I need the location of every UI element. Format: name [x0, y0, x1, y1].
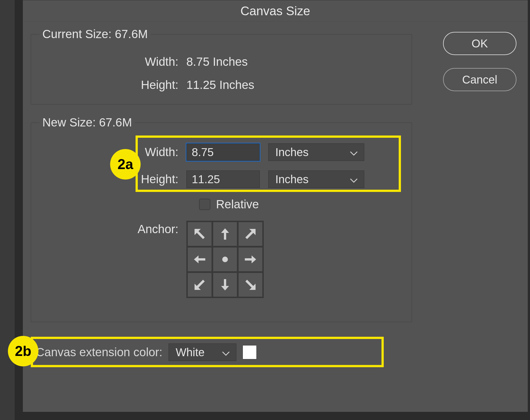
- anchor-s[interactable]: [213, 273, 237, 297]
- svg-marker-0: [195, 229, 205, 239]
- anchor-grid: [186, 221, 264, 298]
- chevron-down-icon: [350, 146, 358, 159]
- relative-row: Relative: [199, 198, 403, 211]
- anchor-se[interactable]: [238, 273, 263, 297]
- anchor-label: Anchor:: [40, 221, 186, 236]
- current-height-row: Height: 11.25 Inches: [40, 78, 403, 92]
- dialog-titlebar: Canvas Size: [23, 0, 528, 22]
- current-width-value: 8.75 Inches: [186, 55, 248, 69]
- new-width-row: Width: Inches: [40, 143, 403, 161]
- anchor-center[interactable]: [213, 247, 237, 272]
- svg-marker-6: [195, 280, 205, 290]
- svg-marker-7: [221, 279, 229, 290]
- canvas-extension-select[interactable]: White: [169, 344, 236, 361]
- new-height-label: Height:: [40, 172, 186, 186]
- anchor-row: Anchor:: [40, 221, 403, 298]
- svg-marker-3: [194, 255, 205, 263]
- cancel-button[interactable]: Cancel: [443, 68, 516, 91]
- anchor-nw[interactable]: [187, 222, 212, 246]
- chevron-down-icon: [222, 346, 230, 359]
- callout-badge-2a: 2a: [110, 149, 141, 180]
- canvas-extension-swatch[interactable]: [243, 345, 257, 359]
- ok-button[interactable]: OK: [443, 32, 516, 55]
- svg-marker-5: [245, 255, 256, 263]
- svg-marker-2: [245, 229, 256, 239]
- canvas-extension-row: Canvas extension color: White: [31, 341, 398, 364]
- anchor-e[interactable]: [238, 247, 263, 272]
- current-height-label: Height:: [40, 78, 186, 92]
- current-width-label: Width:: [40, 55, 186, 69]
- anchor-n[interactable]: [213, 222, 237, 246]
- new-size-group: New Size: 67.6M 2a Width: Inches Height:: [31, 116, 412, 322]
- new-height-row: Height: Inches: [40, 170, 403, 188]
- new-height-unit-value: Inches: [275, 173, 309, 186]
- new-height-input[interactable]: [186, 170, 260, 188]
- new-width-unit-select[interactable]: Inches: [268, 143, 364, 161]
- current-height-value: 11.25 Inches: [186, 78, 254, 92]
- current-size-group: Current Size: 67.6M Width: 8.75 Inches H…: [31, 27, 412, 104]
- svg-marker-1: [221, 228, 229, 240]
- anchor-sw[interactable]: [187, 273, 212, 297]
- new-height-unit-select[interactable]: Inches: [268, 170, 364, 188]
- current-size-legend: Current Size: 67.6M: [40, 27, 151, 41]
- canvas-extension-value: White: [176, 346, 204, 359]
- dialog-title: Canvas Size: [240, 4, 310, 18]
- relative-label: Relative: [216, 198, 259, 211]
- new-width-input[interactable]: [186, 143, 260, 161]
- new-width-unit-value: Inches: [275, 146, 309, 159]
- svg-point-4: [222, 257, 228, 262]
- chevron-down-icon: [350, 173, 358, 186]
- anchor-ne[interactable]: [238, 222, 263, 246]
- dialog-main-column: Current Size: 67.6M Width: 8.75 Inches H…: [31, 27, 412, 333]
- dialog-side-column: OK Cancel: [443, 32, 516, 91]
- svg-marker-8: [245, 280, 256, 290]
- callout-badge-2b: 2b: [8, 336, 38, 366]
- anchor-w[interactable]: [187, 247, 212, 272]
- canvas-size-dialog: Canvas Size Current Size: 67.6M Width: 8…: [23, 0, 528, 412]
- relative-checkbox[interactable]: [199, 199, 210, 210]
- new-size-legend: New Size: 67.6M: [40, 116, 135, 129]
- current-width-row: Width: 8.75 Inches: [40, 55, 403, 69]
- canvas-extension-label: Canvas extension color:: [36, 345, 162, 359]
- dialog-content: Current Size: 67.6M Width: 8.75 Inches H…: [23, 22, 528, 412]
